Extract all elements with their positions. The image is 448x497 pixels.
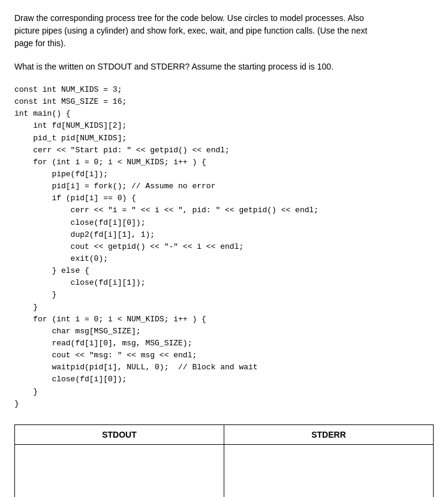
output-table: STDOUT STDERR <box>14 424 434 497</box>
instructions-text: Draw the corresponding process tree for … <box>14 13 364 23</box>
stdout-cell <box>15 444 224 497</box>
stderr-header: STDERR <box>224 424 434 444</box>
instructions-text3: page for this). <box>14 38 66 48</box>
stdout-header: STDOUT <box>15 424 224 444</box>
instructions-text2: picture pipes (using a cylinder) and sho… <box>14 26 367 35</box>
question-text: What is the written on STDOUT and STDERR… <box>14 62 333 71</box>
question-block: What is the written on STDOUT and STDERR… <box>14 61 434 73</box>
code-block: const int NUM_KIDS = 3; const int MSG_SI… <box>14 84 434 410</box>
stderr-cell <box>224 444 434 497</box>
instructions-block: Draw the corresponding process tree for … <box>14 12 434 50</box>
